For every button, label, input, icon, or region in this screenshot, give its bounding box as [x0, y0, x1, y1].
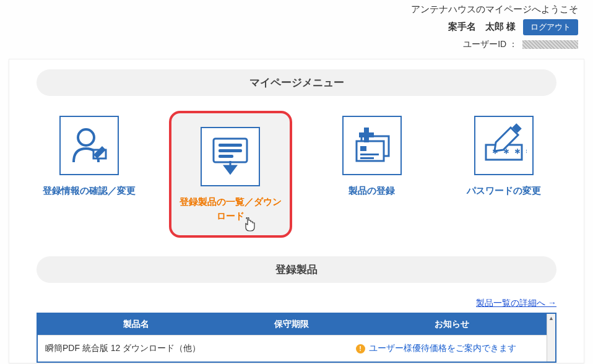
cell-product-name: 瞬簡PDF 統合版 12 ダウンロード（他）	[38, 336, 235, 362]
products-section-title: 登録製品	[37, 256, 556, 283]
products-table: 製品名 保守期限 お知らせ 瞬簡PDF 統合版 12 ダウンロード（他） !ユー…	[37, 313, 556, 363]
userid-label: ユーザーID ：	[463, 39, 517, 49]
menu-item-profile[interactable]: 登録情報の確認／変更	[37, 111, 142, 198]
col-notice: お知らせ	[348, 314, 555, 336]
svg-rect-8	[360, 146, 366, 151]
profile-icon	[59, 116, 119, 175]
product-list-detail-link[interactable]: 製品一覧の詳細へ →	[476, 298, 556, 308]
info-icon: !	[356, 344, 365, 353]
svg-rect-10	[360, 157, 374, 159]
download-list-icon	[201, 127, 260, 186]
register-product-icon	[342, 116, 402, 175]
menu-item-register-product[interactable]: 製品の登録	[319, 111, 425, 198]
menu-item-label: パスワードの変更	[452, 184, 557, 198]
menu-grid: 登録情報の確認／変更 登録製品の一覧／ダウンロード 製品の登録 ＊＊＊＊	[37, 111, 556, 238]
menu-item-label: 登録製品の一覧／ダウンロード	[178, 195, 284, 223]
cursor-pointer-icon	[243, 217, 257, 233]
notice-text: ユーザー様優待価格をご案内できます	[369, 343, 516, 353]
table-row[interactable]: 瞬簡PDF 統合版 12 ダウンロード（他） !ユーザー様優待価格をご案内できま…	[38, 336, 555, 362]
welcome-text: アンテナハウスのマイページへようこそ	[15, 4, 578, 15]
col-product-name: 製品名	[38, 314, 235, 336]
scrollbar[interactable]	[547, 314, 555, 362]
menu-item-label: 製品の登録	[319, 184, 425, 198]
cell-notice: !ユーザー様優待価格をご案内できます	[348, 336, 555, 362]
menu-item-change-password[interactable]: ＊＊＊＊ パスワードの変更	[452, 111, 557, 198]
cell-maintenance	[235, 336, 348, 362]
svg-point-0	[78, 129, 94, 145]
userid-value-masked	[522, 40, 578, 49]
svg-rect-9	[360, 154, 379, 155]
page-header: アンテナハウスのマイページへようこそ 案手名 太郎 様 ログアウト ユーザーID…	[0, 0, 593, 53]
svg-rect-3	[219, 144, 242, 147]
logout-button[interactable]: ログアウト	[523, 19, 578, 35]
svg-rect-5	[219, 155, 233, 158]
svg-rect-4	[219, 149, 242, 152]
col-maintenance: 保守期限	[235, 314, 348, 336]
change-password-icon: ＊＊＊＊	[474, 116, 534, 175]
main-card: マイページメニュー 登録情報の確認／変更 登録製品の一覧／ダウンロード	[9, 59, 584, 363]
menu-item-label: 登録情報の確認／変更	[37, 184, 142, 198]
detail-link-row: 製品一覧の詳細へ →	[37, 298, 556, 309]
owner-name: 案手名 太郎 様	[448, 21, 516, 32]
menu-section-title: マイページメニュー	[37, 69, 556, 96]
menu-item-products-download[interactable]: 登録製品の一覧／ダウンロード	[169, 111, 293, 238]
